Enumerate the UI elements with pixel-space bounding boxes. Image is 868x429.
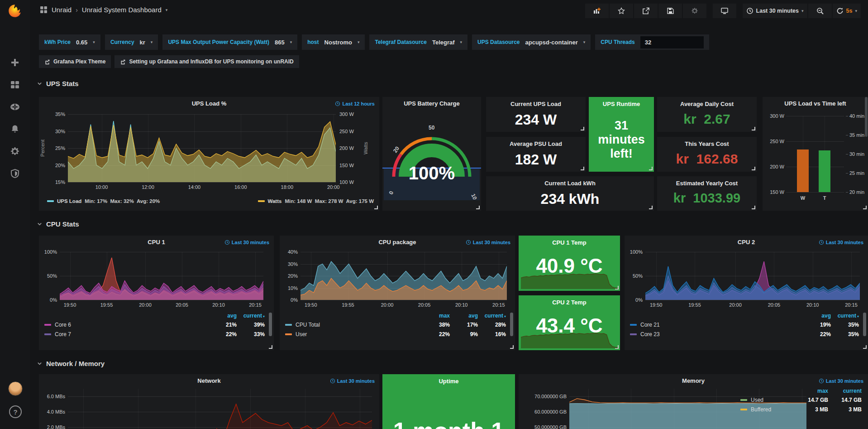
panel-time-badge[interactable]: Last 30 minutes: [330, 378, 375, 384]
dashboard-link[interactable]: Setting up Grafana and InfluxDB for UPS …: [114, 55, 299, 68]
chevron-down-icon[interactable]: ▾: [166, 8, 168, 12]
variable-value[interactable]: 865: [275, 39, 285, 46]
variable-value[interactable]: Telegraf: [432, 39, 455, 46]
legend-series-name[interactable]: Core 21: [640, 322, 660, 328]
plot-area[interactable]: [645, 252, 860, 300]
panel-time-badge[interactable]: Last 30 minutes: [224, 240, 269, 245]
shield-icon[interactable]: [10, 169, 20, 178]
panel-title[interactable]: CPU 2 Temp: [519, 299, 620, 306]
refresh-interval-label[interactable]: 5s: [846, 8, 853, 14]
grafana-logo[interactable]: [7, 4, 23, 19]
plot-area[interactable]: [786, 116, 844, 192]
legend-series: Used: [740, 397, 795, 403]
variable-value[interactable]: 0.65: [76, 39, 87, 46]
cycle-view-tv-button[interactable]: [713, 4, 736, 18]
refresh-button[interactable]: 5s ▾: [833, 4, 861, 18]
legend-header-current[interactable]: current▾: [831, 313, 859, 319]
plot-area[interactable]: [68, 114, 336, 182]
variable-currency[interactable]: Currencykr▾: [105, 34, 158, 50]
panel-title[interactable]: Average PSU Load: [486, 140, 586, 147]
panel-title[interactable]: Estimated Yearly Cost: [657, 180, 757, 187]
legend-value: 21%: [209, 322, 237, 328]
scrollbar[interactable]: [510, 313, 513, 336]
chevron-down-icon[interactable]: ▾: [855, 9, 857, 13]
variable-telegraf-datasource[interactable]: Telegraf DatasourceTelegraf▾: [369, 34, 467, 50]
legend-header-current[interactable]: current: [828, 388, 862, 394]
panel-time-badge[interactable]: Last 30 minutes: [466, 240, 510, 245]
scrollbar[interactable]: [269, 313, 272, 336]
svg-text:20: 20: [392, 145, 401, 154]
save-button[interactable]: [658, 4, 682, 18]
variable-value[interactable]: kr: [140, 39, 145, 46]
variable-cpu-threads[interactable]: CPU Threads32: [595, 34, 709, 50]
alerting-bell-icon[interactable]: [10, 124, 20, 134]
legend-series-name[interactable]: Core 6: [55, 322, 71, 328]
dashboard-settings-button[interactable]: [683, 4, 706, 18]
legend-header-max[interactable]: max: [422, 313, 450, 319]
panel-time-badge[interactable]: Last 30 minutes: [819, 240, 863, 245]
dashboard-link[interactable]: Grafana Plex Theme: [39, 55, 111, 68]
dashboards-icon[interactable]: [10, 80, 20, 90]
legend-series-name[interactable]: Buffered: [751, 406, 771, 413]
panel-title[interactable]: Network: [39, 374, 379, 384]
star-button[interactable]: [610, 4, 633, 18]
panel-time-badge[interactable]: Last 30 minutes: [819, 378, 863, 384]
legend-header-avg[interactable]: avg: [450, 313, 478, 319]
help-icon[interactable]: ?: [9, 405, 22, 418]
scrollbar[interactable]: [863, 313, 866, 336]
legend-swatch: [740, 399, 747, 401]
variable-host[interactable]: hostNostromo▾: [302, 34, 365, 50]
breadcrumb-page-title[interactable]: Unraid System Dashboard: [82, 6, 162, 14]
legend-header-current[interactable]: current▾: [478, 313, 506, 319]
plot-area[interactable]: [300, 252, 507, 300]
panel-title[interactable]: UPS Battery Charge: [382, 97, 481, 107]
panel-title[interactable]: This Years Cost: [657, 140, 757, 147]
time-range-picker[interactable]: Last 30 minutes ▾: [743, 4, 807, 18]
add-panel-button[interactable]: [585, 4, 609, 18]
variable-kwh-price[interactable]: kWh Price0.65▾: [39, 34, 100, 50]
row-header-ups-stats[interactable]: UPS Stats: [37, 80, 79, 87]
variable-value[interactable]: apcupsd-container: [525, 39, 577, 46]
panel-title[interactable]: Current UPS Load: [486, 101, 586, 107]
create-plus-icon[interactable]: [10, 58, 20, 67]
legend-series-name[interactable]: Core 7: [55, 331, 71, 337]
breadcrumb-root[interactable]: Unraid: [52, 6, 72, 14]
legend-series-name[interactable]: CPU Total: [296, 322, 320, 328]
plot-area[interactable]: [60, 252, 263, 300]
variable-input[interactable]: 32: [640, 36, 704, 48]
explore-compass-icon[interactable]: [10, 102, 20, 112]
chevron-down-icon: ▾: [801, 9, 804, 13]
legend-header-current[interactable]: current▾: [237, 313, 265, 319]
panel-title[interactable]: Uptime: [382, 378, 515, 385]
gridline: [60, 300, 263, 300]
legend-header-avg[interactable]: avg: [209, 313, 237, 319]
panel-title[interactable]: UPS Load vs Time left: [763, 97, 868, 107]
panel-title[interactable]: UPS Runtime: [589, 101, 654, 107]
panel-title[interactable]: Average Daily Cost: [657, 101, 757, 107]
row-header-cpu-stats[interactable]: CPU Stats: [37, 220, 79, 228]
legend-series-name[interactable]: Used: [751, 397, 763, 403]
plot-area[interactable]: [68, 389, 372, 429]
variable-ups-max-output[interactable]: UPS Max Output Power Capacity (Watt)865▾: [162, 34, 297, 50]
variable-ups-datasource[interactable]: UPS Datasourceapcupsd-container▾: [472, 34, 591, 50]
variable-value[interactable]: Nostromo: [324, 39, 352, 46]
legend-series-name[interactable]: Core 23: [640, 331, 660, 337]
panel-time-badge[interactable]: Last 12 hours: [335, 101, 375, 106]
panel-title[interactable]: UPS Load %: [39, 97, 379, 107]
user-avatar[interactable]: [8, 381, 23, 396]
dashboard-links-row: Grafana Plex ThemeSetting up Grafana and…: [39, 55, 299, 68]
legend-series-name[interactable]: User: [296, 331, 307, 337]
legend-series[interactable]: WattsMin: 148 W Max: 278 W Avg: 175 W: [258, 198, 374, 204]
panel-title[interactable]: Memory: [519, 374, 868, 384]
panel-title[interactable]: CPU 1 Temp: [519, 239, 620, 246]
dashboard-grid-icon[interactable]: [40, 6, 48, 14]
configuration-gear-icon[interactable]: [10, 146, 20, 156]
legend-series[interactable]: UPS LoadMin: 17% Max: 32% Avg: 20%: [47, 198, 160, 204]
legend-row: Core 722%33%: [44, 329, 265, 339]
zoom-out-button[interactable]: [808, 4, 832, 18]
share-button[interactable]: [634, 4, 658, 18]
legend-header-max[interactable]: max: [795, 388, 828, 394]
panel-title[interactable]: Current Load kWh: [486, 180, 654, 187]
legend-header-avg[interactable]: avg: [803, 313, 831, 319]
row-header-network-memory[interactable]: Network / Memory: [37, 360, 105, 367]
